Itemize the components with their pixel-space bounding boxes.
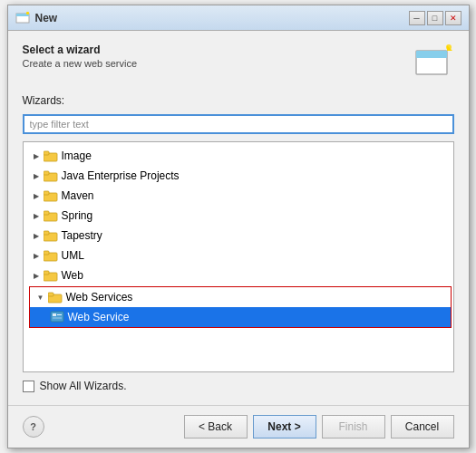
tree-item-java-enterprise[interactable]: ▶ Java Enterprise Projects bbox=[24, 166, 453, 186]
tree-item-web-label: Web bbox=[62, 269, 83, 282]
dialog-content: Select a wizard Create a new web service… bbox=[8, 31, 469, 401]
tree-item-maven[interactable]: ▶ Maven bbox=[24, 186, 453, 206]
svg-rect-2 bbox=[26, 12, 29, 14]
tree-item-web-service[interactable]: Web Service bbox=[30, 307, 451, 327]
expand-arrow-web-services: ▼ bbox=[35, 292, 46, 303]
expand-arrow-tapestry: ▶ bbox=[31, 230, 42, 241]
action-buttons: < Back Next > Finish Cancel bbox=[184, 415, 454, 439]
next-button[interactable]: Next > bbox=[253, 415, 316, 439]
svg-rect-18 bbox=[44, 251, 49, 255]
tree-item-spring-label: Spring bbox=[62, 209, 93, 222]
svg-point-6 bbox=[446, 44, 452, 50]
svg-rect-22 bbox=[48, 293, 53, 296]
window-icon bbox=[15, 11, 30, 25]
close-button[interactable]: ✕ bbox=[445, 11, 461, 25]
tree-item-java-label: Java Enterprise Projects bbox=[62, 169, 180, 182]
svg-rect-12 bbox=[44, 191, 49, 195]
folder-icon-maven bbox=[44, 190, 58, 202]
back-button[interactable]: < Back bbox=[184, 415, 248, 439]
window-title: New bbox=[35, 12, 409, 24]
cancel-button[interactable]: Cancel bbox=[391, 415, 454, 439]
folder-icon-web-services bbox=[48, 292, 63, 304]
window-controls: ─ □ ✕ bbox=[409, 11, 461, 25]
expand-arrow-java: ▶ bbox=[31, 170, 42, 181]
header-text: Select a wizard Create a new web service bbox=[23, 43, 138, 69]
folder-icon-tapestry bbox=[44, 230, 58, 242]
expand-arrow-image: ▶ bbox=[31, 150, 42, 161]
finish-button[interactable]: Finish bbox=[322, 415, 385, 439]
expand-arrow-spring: ▶ bbox=[31, 210, 42, 221]
show-all-row: Show All Wizards. bbox=[23, 380, 454, 392]
tree-item-image-label: Image bbox=[62, 149, 92, 162]
show-all-label: Show All Wizards. bbox=[40, 380, 127, 392]
wizard-icon bbox=[414, 43, 454, 83]
tree-item-tapestry[interactable]: ▶ Tapestry bbox=[24, 226, 453, 246]
tree-item-web-services[interactable]: ▼ Web Services bbox=[30, 287, 451, 307]
title-bar: New ─ □ ✕ bbox=[8, 5, 469, 31]
filter-input[interactable] bbox=[23, 114, 454, 134]
svg-rect-10 bbox=[44, 171, 49, 175]
svg-rect-24 bbox=[53, 313, 56, 316]
svg-rect-8 bbox=[44, 151, 49, 155]
folder-icon-image bbox=[44, 150, 58, 162]
folder-icon-web bbox=[44, 270, 58, 282]
button-bar-divider bbox=[8, 405, 469, 406]
tree-item-tapestry-label: Tapestry bbox=[62, 229, 102, 242]
tree-item-maven-label: Maven bbox=[62, 189, 94, 202]
svg-rect-23 bbox=[51, 312, 63, 322]
folder-icon-java bbox=[44, 170, 58, 182]
folder-icon-uml bbox=[44, 250, 58, 262]
wizards-label: Wizards: bbox=[23, 94, 454, 107]
tree-item-uml-label: UML bbox=[62, 249, 84, 262]
svg-rect-4 bbox=[416, 51, 447, 58]
maximize-button[interactable]: □ bbox=[427, 11, 443, 25]
header-subtitle: Create a new web service bbox=[23, 58, 138, 69]
svg-rect-20 bbox=[44, 271, 49, 275]
tree-list: ▶ Image ▶ bbox=[24, 142, 453, 371]
tree-item-web-service-label: Web Service bbox=[68, 311, 130, 323]
dialog-window: New ─ □ ✕ Select a wizard Create a new w… bbox=[7, 5, 470, 448]
show-all-checkbox[interactable] bbox=[23, 381, 34, 392]
tree-item-spring[interactable]: ▶ Spring bbox=[24, 206, 453, 226]
folder-icon-spring bbox=[44, 210, 58, 222]
help-button[interactable]: ? bbox=[23, 416, 44, 438]
tree-item-web-services-label: Web Services bbox=[66, 291, 133, 304]
button-bar: ? < Back Next > Finish Cancel bbox=[8, 410, 469, 448]
wizard-tree: ▶ Image ▶ bbox=[23, 141, 454, 372]
tree-item-image[interactable]: ▶ Image bbox=[24, 146, 453, 166]
tree-item-web[interactable]: ▶ Web bbox=[24, 265, 453, 285]
minimize-button[interactable]: ─ bbox=[409, 11, 425, 25]
svg-rect-16 bbox=[44, 231, 49, 235]
web-service-icon bbox=[50, 310, 64, 324]
expand-arrow-uml: ▶ bbox=[31, 250, 42, 261]
header-title: Select a wizard bbox=[23, 43, 138, 56]
tree-item-uml[interactable]: ▶ UML bbox=[24, 246, 453, 265]
header-section: Select a wizard Create a new web service bbox=[23, 43, 454, 83]
expand-arrow-web: ▶ bbox=[31, 270, 42, 281]
expand-arrow-maven: ▶ bbox=[31, 190, 42, 201]
svg-rect-14 bbox=[44, 211, 49, 215]
web-services-section: ▼ Web Services bbox=[29, 286, 452, 328]
